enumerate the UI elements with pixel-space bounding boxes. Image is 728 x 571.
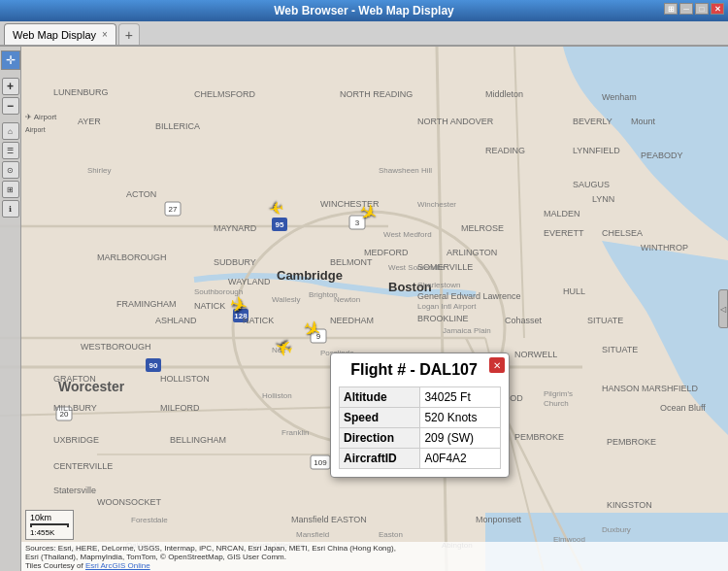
svg-text:Ocean Bluff: Ocean Bluff bbox=[660, 403, 706, 413]
svg-text:SAUGUS: SAUGUS bbox=[573, 180, 610, 189]
svg-text:ACTON: ACTON bbox=[126, 189, 156, 199]
svg-text:Shirley: Shirley bbox=[87, 166, 111, 175]
svg-text:Mount: Mount bbox=[631, 117, 656, 126]
svg-text:Charlestown: Charlestown bbox=[417, 281, 460, 289]
measure-btn[interactable]: ⊞ bbox=[2, 181, 19, 198]
attribution-line1: Sources: Esri, HERE, DeLorme, USGS, Inte… bbox=[25, 544, 724, 553]
flight-popup: ✕ Flight # - DAL107 Altitude34025 FtSpee… bbox=[330, 353, 510, 478]
popup-row-label: AircraftID bbox=[340, 449, 420, 469]
svg-text:GRAFTON: GRAFTON bbox=[53, 374, 96, 384]
win-min-btn[interactable]: ─ bbox=[679, 3, 693, 15]
svg-text:Jamaica Plain: Jamaica Plain bbox=[443, 326, 491, 335]
svg-text:CHELMSFORD: CHELMSFORD bbox=[194, 89, 256, 99]
map-svg: 95 128 90 3 9 20 27 109 28 bbox=[0, 47, 728, 571]
win-grid-btn[interactable]: ⊞ bbox=[664, 3, 678, 15]
attribution-link[interactable]: Esri ArcGIS Online bbox=[85, 561, 150, 570]
svg-text:SUDBURY: SUDBURY bbox=[214, 257, 256, 267]
svg-text:MAYNARD: MAYNARD bbox=[214, 223, 257, 233]
attribution-bar: Sources: Esri, HERE, DeLorme, USGS, Inte… bbox=[21, 542, 728, 571]
popup-title: Flight # - DAL107 bbox=[339, 361, 501, 379]
home-btn[interactable]: ⌂ bbox=[2, 122, 19, 140]
attribution-line3: Tiles Courtesy of Esri ArcGIS Online bbox=[25, 561, 724, 570]
svg-text:FRAMINGHAM: FRAMINGHAM bbox=[116, 299, 177, 309]
svg-text:UXBRIDGE: UXBRIDGE bbox=[53, 435, 99, 445]
tab-web-map-display[interactable]: Web Map Display × bbox=[4, 23, 116, 45]
svg-text:Holliston: Holliston bbox=[262, 391, 292, 400]
svg-text:WAYLAND: WAYLAND bbox=[228, 277, 271, 286]
svg-text:Newton: Newton bbox=[334, 295, 360, 304]
svg-text:CENTERVILLE: CENTERVILLE bbox=[53, 461, 113, 471]
svg-text:Wallesly: Wallesly bbox=[272, 295, 300, 304]
svg-text:27: 27 bbox=[169, 205, 178, 214]
svg-text:90: 90 bbox=[149, 361, 158, 370]
svg-text:PEMBROKE: PEMBROKE bbox=[514, 432, 564, 442]
zoom-in-btn[interactable]: + bbox=[2, 78, 19, 95]
svg-text:MEDFORD: MEDFORD bbox=[364, 248, 409, 257]
svg-text:NORTH ANDOVER: NORTH ANDOVER bbox=[417, 117, 494, 126]
svg-text:Franklin: Franklin bbox=[281, 428, 309, 437]
svg-text:Middleton: Middleton bbox=[485, 89, 523, 99]
svg-text:EVERETT: EVERETT bbox=[544, 228, 584, 238]
popup-close-btn[interactable]: ✕ bbox=[489, 357, 505, 373]
nav-compass-btn[interactable]: ✛ bbox=[1, 50, 20, 70]
svg-text:General Edward Lawrence: General Edward Lawrence bbox=[417, 291, 521, 301]
locate-btn[interactable]: ⊙ bbox=[2, 161, 19, 179]
svg-text:95: 95 bbox=[276, 220, 284, 229]
svg-text:HULL: HULL bbox=[563, 286, 585, 296]
svg-text:Pilgrim's: Pilgrim's bbox=[544, 389, 573, 398]
svg-text:Statersville: Statersville bbox=[53, 486, 96, 495]
svg-text:MELROSE: MELROSE bbox=[461, 223, 504, 233]
svg-text:NORTH READING: NORTH READING bbox=[340, 89, 413, 99]
popup-row-label: Speed bbox=[340, 408, 420, 428]
scale-sublabel: 1:455K bbox=[30, 528, 69, 537]
svg-text:LYNN: LYNN bbox=[592, 194, 614, 204]
svg-text:Cohasset: Cohasset bbox=[505, 316, 543, 325]
layers-btn[interactable]: ☰ bbox=[2, 142, 19, 159]
svg-text:BELMONT: BELMONT bbox=[330, 257, 373, 267]
svg-text:Church: Church bbox=[544, 399, 569, 408]
svg-text:MILLBURY: MILLBURY bbox=[53, 403, 97, 413]
svg-text:109: 109 bbox=[314, 458, 327, 467]
map-right-handle[interactable]: ◁ bbox=[718, 289, 728, 328]
svg-text:MALDEN: MALDEN bbox=[544, 209, 580, 218]
map-container[interactable]: 95 128 90 3 9 20 27 109 28 bbox=[0, 47, 728, 571]
scale-bar: 10km 1:455K bbox=[25, 510, 74, 540]
popup-row-value: 209 (SW) bbox=[420, 428, 501, 449]
svg-text:BELLINGHAM: BELLINGHAM bbox=[170, 435, 226, 445]
svg-text:WESTBOROUGH: WESTBOROUGH bbox=[81, 342, 151, 352]
window-title: Web Browser - Web Map Display bbox=[274, 4, 454, 17]
svg-text:NORWELL: NORWELL bbox=[514, 350, 557, 359]
svg-text:Mansfield: Mansfield bbox=[296, 530, 329, 539]
info-btn[interactable]: ℹ bbox=[2, 200, 19, 218]
svg-text:LUNENBURG: LUNENBURG bbox=[53, 87, 109, 97]
popup-row-label: Direction bbox=[340, 428, 420, 449]
svg-text:LYNNFIELD: LYNNFIELD bbox=[573, 146, 620, 155]
tab-bar: Web Map Display × + bbox=[0, 21, 728, 47]
title-bar: Web Browser - Web Map Display ⊞ ─ □ ✕ bbox=[0, 0, 728, 21]
svg-text:KINGSTON: KINGSTON bbox=[607, 500, 652, 510]
map-background: 95 128 90 3 9 20 27 109 28 bbox=[0, 47, 728, 571]
svg-text:PEMBROKE: PEMBROKE bbox=[607, 437, 656, 447]
flight-info-table: Altitude34025 FtSpeed520 KnotsDirection2… bbox=[339, 386, 501, 469]
svg-text:SOMERVILLE: SOMERVILLE bbox=[417, 262, 473, 272]
svg-text:ASHLAND: ASHLAND bbox=[155, 316, 197, 325]
win-close-btn[interactable]: ✕ bbox=[711, 3, 724, 15]
svg-text:NATICK: NATICK bbox=[194, 301, 225, 311]
svg-text:Shawsheen Hill: Shawsheen Hill bbox=[379, 166, 432, 175]
win-max-btn[interactable]: □ bbox=[695, 3, 709, 15]
svg-text:SITUATE: SITUATE bbox=[602, 345, 638, 354]
zoom-out-btn[interactable]: − bbox=[2, 97, 19, 115]
popup-row-value: 520 Knots bbox=[420, 408, 501, 428]
tab-close-btn[interactable]: × bbox=[102, 29, 108, 40]
window-controls[interactable]: ⊞ ─ □ ✕ bbox=[664, 3, 724, 15]
attribution-line2: Esri (Thailand), MapmyIndia, TomTom, © O… bbox=[25, 553, 724, 561]
svg-text:Mansfield EASTON: Mansfield EASTON bbox=[291, 515, 367, 524]
svg-text:ARLINGTON: ARLINGTON bbox=[447, 248, 497, 257]
svg-text:BEVERLY: BEVERLY bbox=[573, 117, 612, 126]
svg-text:MILFORD: MILFORD bbox=[160, 403, 200, 413]
svg-text:WOONSOCKET: WOONSOCKET bbox=[97, 497, 162, 507]
svg-text:Duxbury: Duxbury bbox=[602, 525, 631, 534]
svg-text:HANSON MARSHFIELD: HANSON MARSHFIELD bbox=[602, 384, 699, 393]
scale-label: 10km bbox=[30, 513, 69, 522]
new-tab-btn[interactable]: + bbox=[118, 23, 140, 45]
